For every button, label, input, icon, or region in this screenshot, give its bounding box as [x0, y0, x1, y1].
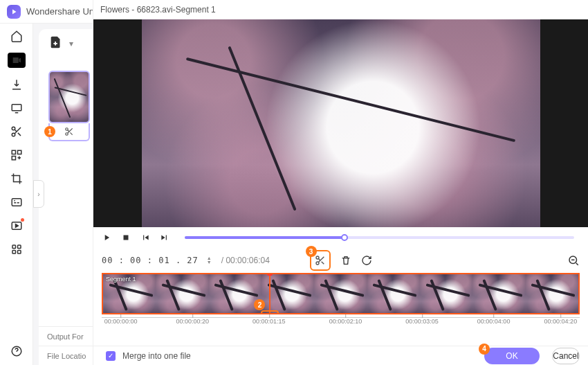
svg-rect-9 [17, 245, 21, 249]
crop-icon[interactable] [10, 172, 24, 186]
svg-rect-6 [12, 199, 21, 206]
merge-label: Merge into one file [122, 351, 191, 361]
stop-icon[interactable] [121, 233, 131, 242]
redo-icon[interactable] [361, 255, 372, 266]
svg-rect-11 [17, 251, 21, 254]
expand-sidebar-button[interactable]: › [33, 180, 44, 208]
duration-label: / 00:00:06:04 [221, 256, 270, 265]
timeline-strip[interactable]: Segment 1 2 [102, 273, 580, 314]
segment-label: Segment 1 [106, 276, 136, 283]
ruler-tick: 00:00:02:10 [329, 318, 362, 325]
ruler-tick: 00:00:01:15 [252, 318, 286, 325]
cancel-button[interactable]: Cancel [552, 348, 580, 364]
progress-slider[interactable] [185, 236, 574, 239]
grid-add-icon[interactable] [10, 148, 24, 162]
ok-button[interactable]: 4 OK [484, 348, 540, 364]
play-icon[interactable] [102, 233, 111, 242]
playback-bar [93, 227, 588, 248]
svg-rect-4 [17, 150, 21, 154]
zoom-out-icon[interactable] [567, 254, 580, 267]
subtitle-icon[interactable] [10, 195, 24, 209]
svg-rect-3 [12, 150, 15, 154]
video-preview[interactable] [93, 19, 588, 227]
scissors-icon[interactable] [10, 125, 24, 139]
preview-frame-image [142, 19, 540, 227]
ruler-tick: 00:00:00:20 [176, 318, 210, 325]
time-toolbar: 00 : 00 : 01 . 27 ▲▼ / 00:00:06:04 3 [93, 248, 588, 273]
file-location-label: File Locatio [47, 352, 95, 360]
chevron-down-icon[interactable]: ▾ [69, 39, 73, 48]
next-frame-icon[interactable] [160, 233, 169, 242]
ruler-tick: 00:00:00:00 [104, 318, 138, 325]
app-title: Wondershare UniC [26, 6, 102, 17]
editor-title: Flowers - 66823.avi-Segment 1 [93, 0, 588, 19]
scissors-icon[interactable] [64, 127, 74, 136]
download-icon[interactable] [10, 78, 24, 91]
merge-checkbox[interactable]: ✓ [106, 351, 116, 361]
svg-point-17 [316, 262, 319, 265]
trim-editor-panel: Flowers - 66823.avi-Segment 1 00 : 00 : … [93, 0, 588, 365]
svg-rect-5 [12, 157, 15, 160]
svg-point-13 [66, 128, 68, 131]
time-ruler[interactable]: 00:00:00:00 00:00:00:20 00:00:01:15 00:0… [102, 317, 580, 334]
cut-button[interactable]: 3 [310, 250, 331, 271]
app-logo [7, 5, 21, 19]
timecode-input[interactable]: 00 : 00 : 01 . 27 [102, 256, 199, 265]
home-icon[interactable] [10, 29, 24, 43]
ruler-tick: 00:00:03:05 [405, 318, 439, 325]
svg-rect-10 [12, 251, 16, 254]
delete-icon[interactable] [340, 255, 351, 266]
svg-point-1 [12, 127, 15, 130]
svg-point-2 [12, 133, 15, 136]
play-box-icon[interactable] [10, 219, 24, 233]
callout-badge-3: 3 [306, 246, 317, 257]
apps-icon[interactable] [10, 242, 24, 256]
prev-frame-icon[interactable] [140, 233, 150, 242]
output-format-label: Output For [47, 332, 95, 341]
help-icon[interactable] [10, 344, 24, 358]
svg-rect-0 [12, 105, 21, 111]
svg-point-14 [66, 133, 68, 136]
video-icon[interactable] [8, 53, 26, 68]
timecode-stepper[interactable]: ▲▼ [207, 256, 212, 265]
callout-badge-1: 1 [44, 126, 55, 137]
ruler-tick: 00:00:04:20 [544, 318, 578, 325]
svg-rect-15 [124, 235, 129, 240]
ok-button-label: OK [506, 351, 517, 361]
left-rail [0, 24, 33, 365]
playhead-marker[interactable]: 2 [269, 273, 270, 314]
svg-rect-8 [12, 245, 16, 249]
add-media-button[interactable] [48, 35, 66, 53]
svg-point-16 [316, 256, 319, 259]
callout-badge-4: 4 [479, 344, 490, 355]
screen-icon[interactable] [10, 101, 24, 115]
thumbnail-image [50, 72, 89, 122]
clip-thumbnail[interactable]: 1 [48, 71, 90, 141]
ruler-tick: 00:00:04:00 [477, 318, 511, 325]
